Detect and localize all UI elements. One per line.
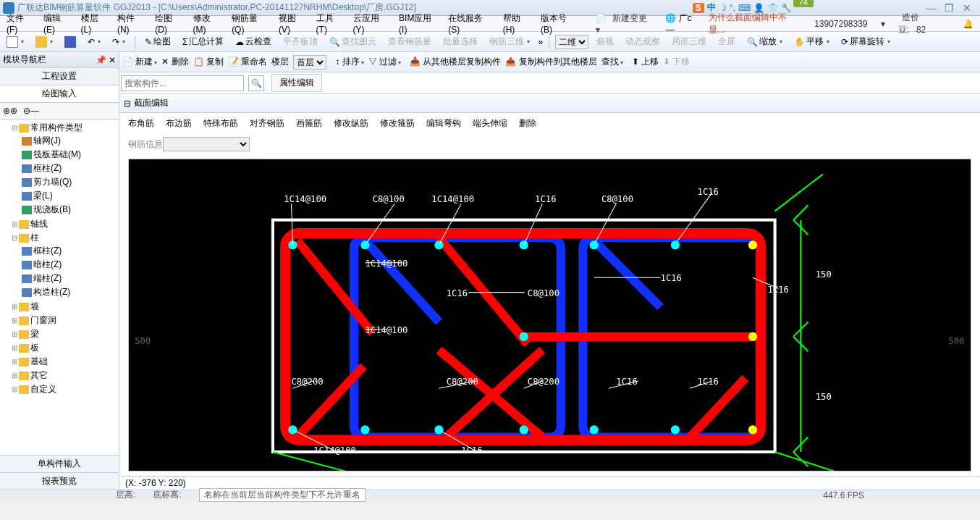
- zoom-button[interactable]: 🔍 缩放▾: [743, 33, 786, 50]
- move-up-button[interactable]: ⬆ 上移: [632, 56, 659, 68]
- tab-project-settings[interactable]: 工程设置: [0, 68, 119, 85]
- tab-report-preview[interactable]: 报表预览: [0, 472, 119, 490]
- sort-button[interactable]: ↕ 排序▾: [335, 56, 363, 68]
- tool-edge-rebar[interactable]: 布边筋: [166, 117, 192, 130]
- redo-button[interactable]: ↷▾: [109, 35, 129, 49]
- dropdown-icon[interactable]: ▾: [877, 17, 889, 30]
- view-mode-select[interactable]: 二维: [555, 35, 588, 49]
- tree-wall[interactable]: 墙: [30, 301, 39, 311]
- tool-delete[interactable]: 删除: [519, 117, 536, 130]
- tree-pillar-end[interactable]: 端柱(Z): [33, 273, 62, 283]
- search-input[interactable]: [121, 75, 244, 91]
- menu-draw[interactable]: 绘图(D): [151, 11, 187, 36]
- menu-version[interactable]: 版本号(B): [537, 11, 582, 36]
- batch-select-button[interactable]: 批量选择: [439, 33, 481, 50]
- filter-button[interactable]: ▽ 过滤▾: [368, 56, 401, 68]
- property-edit-tab[interactable]: 属性编辑: [271, 74, 322, 92]
- ime-user-icon[interactable]: 👤: [753, 3, 764, 13]
- tree-custom[interactable]: 自定义: [30, 384, 56, 394]
- new-file-button[interactable]: ▾: [3, 34, 28, 50]
- tree-opening[interactable]: 门窗洞: [30, 315, 56, 325]
- bell-icon[interactable]: 🔔: [959, 17, 977, 30]
- ime-shirt-icon[interactable]: 👕: [767, 3, 778, 13]
- tree-axis-grid[interactable]: 轴网(J): [33, 135, 61, 146]
- search-globe-button[interactable]: 🌐 广c—: [662, 11, 704, 36]
- open-button[interactable]: ▾: [32, 34, 56, 50]
- tree-frame-col[interactable]: 框柱(Z): [33, 163, 62, 173]
- tree-root[interactable]: 常用构件类型: [30, 122, 83, 133]
- tool-special-rebar[interactable]: 特殊布筋: [203, 117, 238, 130]
- tree-axis[interactable]: 轴线: [30, 219, 48, 229]
- menu-edit[interactable]: 编辑(E): [40, 11, 76, 36]
- copy-from-floor-button[interactable]: 📥 从其他楼层复制构件: [410, 56, 501, 68]
- menu-view[interactable]: 视图(V): [275, 11, 311, 36]
- tool-edit-hook[interactable]: 编辑弯钩: [426, 117, 461, 130]
- section-canvas[interactable]: 1C14@100 C8@100 1C14@100 1C16 C8@100 1C1…: [129, 159, 971, 471]
- tool-end-extend[interactable]: 端头伸缩: [473, 117, 507, 130]
- pin-icon[interactable]: 📌 ✕: [96, 55, 116, 65]
- local3d-button[interactable]: 局部三维: [668, 33, 710, 50]
- tree-foundation[interactable]: 基础: [30, 356, 48, 366]
- menu-component[interactable]: 构件(N): [114, 11, 150, 36]
- tree-shear-wall[interactable]: 剪力墙(Q): [33, 177, 72, 187]
- menu-help[interactable]: 帮助(H): [499, 11, 536, 36]
- undo-button[interactable]: ↶▾: [84, 35, 104, 49]
- cloud-check-button[interactable]: ☁ 云检查: [232, 33, 275, 50]
- ime-s-icon[interactable]: S: [693, 3, 704, 13]
- tool-corner-rebar[interactable]: 布角筋: [128, 117, 154, 130]
- menu-bim[interactable]: BIM应用(I): [395, 11, 443, 36]
- search-button[interactable]: 🔍: [248, 75, 264, 91]
- view-rebar-button[interactable]: 查看钢筋量: [384, 33, 435, 50]
- tree-pillar-cons[interactable]: 构造柱(Z): [33, 287, 70, 297]
- tree-beam2[interactable]: 梁: [30, 329, 39, 339]
- menu-floor[interactable]: 楼层(L): [77, 11, 112, 36]
- ime-lang[interactable]: 中: [707, 1, 716, 14]
- tool-modify-long[interactable]: 修改纵筋: [334, 117, 368, 130]
- move-down-button[interactable]: ⬇ 下移: [663, 56, 690, 68]
- menu-tool[interactable]: 工具(T): [313, 11, 348, 36]
- bird-view-button[interactable]: 俯视: [593, 33, 617, 50]
- menu-modify[interactable]: 修改(M): [190, 11, 227, 36]
- tool-draw-stirrup[interactable]: 画箍筋: [296, 117, 322, 130]
- expand-tree-icon[interactable]: ⊕⊕: [3, 106, 17, 116]
- copy-component-button[interactable]: 📋 复制: [193, 56, 224, 68]
- tree-beam[interactable]: 梁(L): [33, 190, 53, 201]
- tool-modify-stirrup[interactable]: 修改箍筋: [380, 117, 415, 130]
- tree-board[interactable]: 板: [30, 343, 39, 353]
- tree-other[interactable]: 其它: [30, 370, 48, 380]
- menu-online[interactable]: 在线服务(S): [444, 11, 497, 36]
- tab-draw-input[interactable]: 绘图输入: [0, 85, 119, 103]
- new-change-button[interactable]: 📄 新建变更 ▾: [592, 11, 661, 36]
- draw-button[interactable]: ✎ 绘图: [141, 33, 174, 50]
- save-button[interactable]: [61, 34, 80, 50]
- sum-button[interactable]: Σ 汇总计算: [179, 33, 227, 50]
- tree-pillar[interactable]: 柱: [30, 232, 39, 243]
- rebar3d-button[interactable]: 钢筋三维 ▾: [486, 33, 533, 50]
- find-button[interactable]: 查找▾: [601, 56, 623, 68]
- tree-pillar-dark[interactable]: 暗柱(Z): [33, 259, 62, 269]
- collapse-icon[interactable]: ⊟: [124, 98, 131, 109]
- menu-file[interactable]: 文件(F): [3, 11, 38, 36]
- rebar-info-select[interactable]: [163, 137, 250, 151]
- tab-single-input[interactable]: 单构件输入: [0, 455, 119, 472]
- notification-badge[interactable]: 74: [793, 0, 814, 7]
- ime-wrench-icon[interactable]: 🔧: [781, 3, 792, 13]
- tree-raft[interactable]: 筏板基础(M): [33, 149, 81, 159]
- fullscreen-button[interactable]: 全屏: [714, 33, 739, 50]
- overflow-icon[interactable]: »: [538, 37, 543, 47]
- find-view-button[interactable]: 🔍 查找图元: [326, 33, 380, 50]
- flat-top-button[interactable]: 平齐板顶: [279, 33, 321, 50]
- tree-slab[interactable]: 现浇板(B): [33, 204, 71, 214]
- floor-select[interactable]: 首层: [293, 55, 326, 70]
- copy-to-floor-button[interactable]: 📤 复制构件到其他楼层: [505, 56, 596, 68]
- new-component-button[interactable]: 📄 新建▾: [122, 56, 157, 68]
- menu-cloud[interactable]: 云应用(Y): [350, 11, 394, 36]
- menu-rebar[interactable]: 钢筋量(Q): [228, 11, 274, 36]
- dyn-observe-button[interactable]: 动态观察: [622, 33, 664, 50]
- tree-pillar-frame[interactable]: 框柱(Z): [33, 246, 62, 256]
- component-tree[interactable]: ⊟常用构件类型 轴网(J) 筏板基础(M) 框柱(Z) 剪力墙(Q) 梁(L) …: [0, 119, 119, 455]
- delete-component-button[interactable]: ✕ 删除: [161, 56, 188, 68]
- rename-button[interactable]: 📝 重命名: [228, 56, 267, 68]
- pan-button[interactable]: ✋ 平移▾: [790, 33, 833, 50]
- rotate-button[interactable]: ⟳ 屏幕旋转▾: [837, 33, 894, 50]
